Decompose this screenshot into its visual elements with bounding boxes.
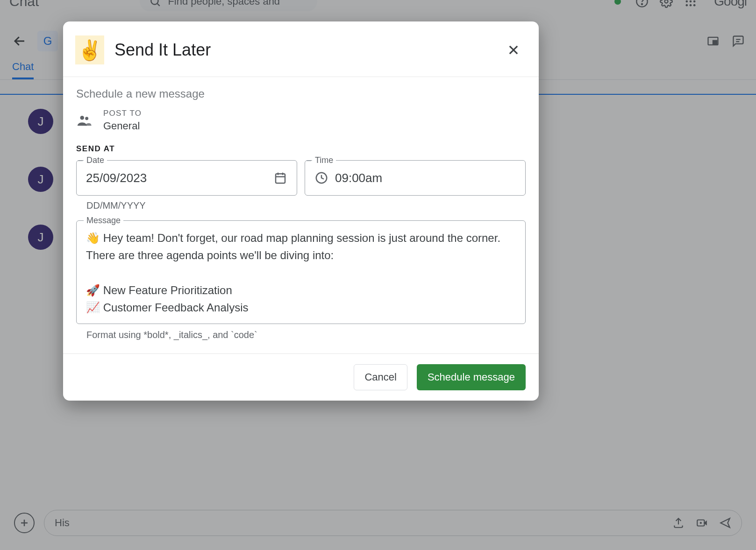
- dialog-header: ✌️ Send It Later: [63, 21, 539, 77]
- schedule-message-dialog: ✌️ Send It Later Schedule a new message …: [63, 21, 539, 401]
- message-field: Message Format using *bold*, _italics_, …: [76, 220, 526, 340]
- calendar-icon[interactable]: [273, 171, 287, 185]
- dialog-body: Schedule a new message POST TO General S…: [63, 77, 539, 345]
- close-icon: [507, 43, 520, 56]
- time-legend: Time: [312, 155, 336, 165]
- date-helper: DD/MM/YYYY: [86, 200, 297, 211]
- date-input[interactable]: [86, 171, 267, 185]
- post-to-label: POST TO: [103, 109, 142, 118]
- date-field: Date DD/MM/YYYY: [76, 160, 297, 211]
- dialog-title: Send It Later: [114, 40, 211, 60]
- post-to-row: POST TO General: [76, 109, 526, 132]
- cancel-button[interactable]: Cancel: [354, 364, 407, 390]
- close-button[interactable]: [504, 41, 523, 59]
- dialog-footer: Cancel Schedule message: [63, 353, 539, 401]
- people-icon: [76, 113, 92, 128]
- svg-rect-29: [276, 174, 285, 183]
- svg-point-27: [80, 116, 85, 120]
- time-field: Time: [305, 160, 526, 211]
- dialog-emoji: ✌️: [75, 35, 104, 64]
- format-help: Format using *bold*, _italics_, and `cod…: [86, 330, 526, 340]
- schedule-message-button[interactable]: Schedule message: [417, 364, 526, 390]
- message-legend: Message: [84, 216, 123, 226]
- svg-point-28: [85, 117, 88, 120]
- send-at-label: SEND AT: [76, 144, 526, 154]
- message-textarea[interactable]: [86, 229, 516, 313]
- time-input[interactable]: [335, 171, 516, 185]
- clock-icon[interactable]: [314, 171, 328, 185]
- dialog-subtitle: Schedule a new message: [76, 87, 526, 100]
- date-legend: Date: [84, 155, 107, 165]
- post-to-value: General: [103, 120, 142, 132]
